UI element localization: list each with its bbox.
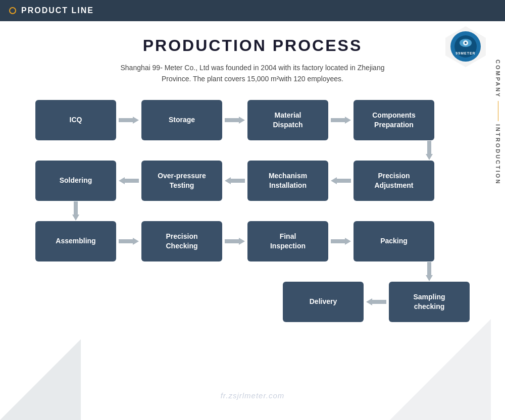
arrow-materialdispatch-componentsprep xyxy=(328,115,354,125)
arrow-finalinspection-packing xyxy=(328,236,354,246)
arrow-icq-storage xyxy=(116,115,141,125)
flow-box-delivery: Delivery xyxy=(283,282,364,322)
flow-box-packing: Packing xyxy=(354,221,434,261)
flow-row-2: Soldering Over-pressureTesting Mechanism… xyxy=(35,161,470,201)
arrow-precisionchecking-finalinspection xyxy=(222,236,247,246)
v-connector-1 xyxy=(35,140,470,161)
svg-marker-13 xyxy=(331,177,351,184)
flow-box-precision-checking: PrecisionChecking xyxy=(141,221,222,261)
flow-box-assembling: Assembling xyxy=(35,221,116,261)
svg-marker-7 xyxy=(119,117,139,124)
svg-marker-12 xyxy=(225,177,245,184)
header-title: PRODUCT LINE xyxy=(21,6,94,15)
svg-marker-17 xyxy=(331,238,351,245)
arrow-down-3 xyxy=(389,261,470,282)
arrow-delivery-samplingchecking xyxy=(364,297,389,307)
svg-marker-14 xyxy=(72,201,79,221)
page-subtitle: Shanghai 99- Meter Co., Ltd was founded … xyxy=(20,62,485,85)
flow-diagram: ICQ Storage MaterialDispatch ComponentsP… xyxy=(35,100,470,322)
arrow-soldering-overpressure xyxy=(116,176,141,186)
flow-box-icq: ICQ xyxy=(35,100,116,140)
svg-marker-18 xyxy=(426,262,433,281)
svg-marker-8 xyxy=(225,117,245,124)
arrow-down-2 xyxy=(35,201,116,221)
header-bar: PRODUCT LINE xyxy=(0,0,505,21)
svg-marker-16 xyxy=(225,238,245,245)
flow-box-soldering: Soldering xyxy=(35,161,116,201)
svg-marker-9 xyxy=(331,117,351,124)
flow-box-precision-adjustment: PrecisionAdjustment xyxy=(354,161,434,201)
flow-box-components-preparation: ComponentsPreparation xyxy=(354,100,434,140)
svg-marker-19 xyxy=(366,298,386,305)
main-content: PRODUCTION PROCESS Shanghai 99- Meter Co… xyxy=(0,21,505,332)
arrow-overpressure-mechanisminstall xyxy=(222,176,247,186)
flow-box-mechanism-installation: MechanismInstallation xyxy=(247,161,328,201)
svg-marker-11 xyxy=(119,177,139,184)
arrow-down-1 xyxy=(389,140,470,161)
svg-marker-15 xyxy=(119,238,139,245)
decorative-triangle-topleft xyxy=(0,339,81,420)
flow-box-material-dispatch: MaterialDispatch xyxy=(247,100,328,140)
v-connector-3 xyxy=(35,261,470,282)
decorative-triangle-bottomright xyxy=(390,319,491,420)
page-title: PRODUCTION PROCESS xyxy=(20,36,485,55)
flow-row-4: Delivery Samplingchecking xyxy=(35,282,470,322)
arrow-assembling-precisionchecking xyxy=(116,236,141,246)
flow-box-sampling-checking: Samplingchecking xyxy=(389,282,470,322)
header-circle-icon xyxy=(9,7,16,14)
flow-box-over-pressure-testing: Over-pressureTesting xyxy=(141,161,222,201)
flow-box-storage: Storage xyxy=(141,100,222,140)
flow-row-1: ICQ Storage MaterialDispatch ComponentsP… xyxy=(35,100,470,140)
watermark: fr.zsjrlmeter.com xyxy=(221,391,285,400)
arrow-mechanisminstall-precisionadj xyxy=(328,176,354,186)
v-connector-2 xyxy=(35,201,470,221)
flow-row-3: Assembling PrecisionChecking FinalInspec… xyxy=(35,221,470,261)
svg-marker-10 xyxy=(426,141,433,160)
flow-box-final-inspection: FinalInspection xyxy=(247,221,328,261)
arrow-storage-materialdispatch xyxy=(222,115,247,125)
